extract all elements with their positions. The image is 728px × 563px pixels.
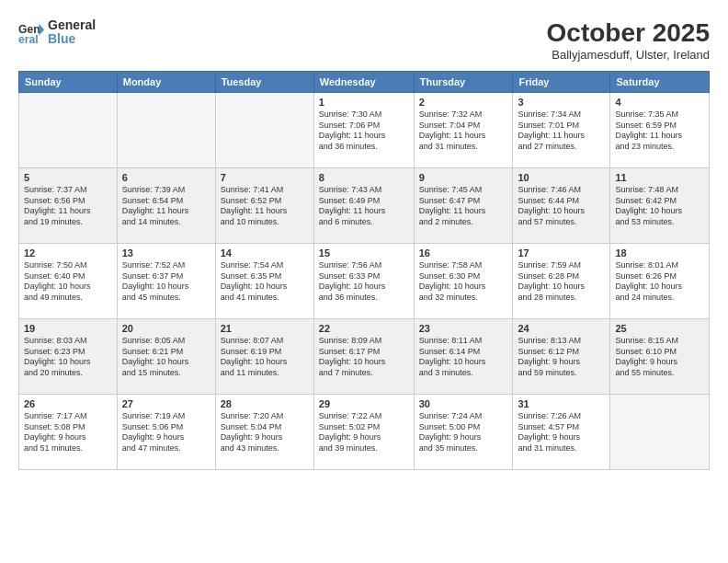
table-row: 10Sunrise: 7:46 AM Sunset: 6:44 PM Dayli… xyxy=(513,168,610,244)
table-row: 27Sunrise: 7:19 AM Sunset: 5:06 PM Dayli… xyxy=(117,395,215,470)
day-number: 2 xyxy=(419,97,508,108)
table-row: 17Sunrise: 7:59 AM Sunset: 6:28 PM Dayli… xyxy=(513,244,610,319)
day-info: Sunrise: 7:20 AM Sunset: 5:04 PM Dayligh… xyxy=(221,411,309,454)
table-row: 23Sunrise: 8:11 AM Sunset: 6:14 PM Dayli… xyxy=(414,319,513,395)
table-row: 7Sunrise: 7:41 AM Sunset: 6:52 PM Daylig… xyxy=(215,168,313,244)
table-row xyxy=(610,395,710,470)
table-row: 16Sunrise: 7:58 AM Sunset: 6:30 PM Dayli… xyxy=(414,244,513,319)
day-number: 22 xyxy=(319,323,409,334)
day-info: Sunrise: 8:07 AM Sunset: 6:19 PM Dayligh… xyxy=(221,336,309,379)
day-number: 30 xyxy=(419,398,508,409)
header-tuesday: Tuesday xyxy=(215,72,313,93)
day-number: 10 xyxy=(518,172,605,183)
day-number: 19 xyxy=(24,323,112,334)
table-row: 9Sunrise: 7:45 AM Sunset: 6:47 PM Daylig… xyxy=(414,168,513,244)
calendar-week-row: 1Sunrise: 7:30 AM Sunset: 7:06 PM Daylig… xyxy=(19,93,710,168)
day-number: 18 xyxy=(615,247,704,259)
table-row: 13Sunrise: 7:52 AM Sunset: 6:37 PM Dayli… xyxy=(117,244,215,319)
table-row: 8Sunrise: 7:43 AM Sunset: 6:49 PM Daylig… xyxy=(313,168,414,244)
table-row: 29Sunrise: 7:22 AM Sunset: 5:02 PM Dayli… xyxy=(313,395,414,470)
day-info: Sunrise: 7:43 AM Sunset: 6:49 PM Dayligh… xyxy=(319,185,409,228)
day-number: 6 xyxy=(122,172,210,183)
svg-marker-2 xyxy=(39,24,44,36)
table-row: 30Sunrise: 7:24 AM Sunset: 5:00 PM Dayli… xyxy=(414,395,513,470)
calendar-week-row: 5Sunrise: 7:37 AM Sunset: 6:56 PM Daylig… xyxy=(19,168,710,244)
day-info: Sunrise: 8:09 AM Sunset: 6:17 PM Dayligh… xyxy=(319,336,409,379)
day-number: 25 xyxy=(615,323,704,334)
day-info: Sunrise: 7:52 AM Sunset: 6:37 PM Dayligh… xyxy=(122,260,210,304)
day-info: Sunrise: 7:22 AM Sunset: 5:02 PM Dayligh… xyxy=(319,411,409,454)
header-wednesday: Wednesday xyxy=(313,72,414,93)
calendar-week-row: 12Sunrise: 7:50 AM Sunset: 6:40 PM Dayli… xyxy=(19,244,710,319)
day-info: Sunrise: 8:05 AM Sunset: 6:21 PM Dayligh… xyxy=(122,336,210,379)
day-number: 28 xyxy=(221,398,309,409)
day-number: 16 xyxy=(419,247,508,259)
day-info: Sunrise: 7:24 AM Sunset: 5:00 PM Dayligh… xyxy=(419,411,508,454)
day-number: 5 xyxy=(24,172,112,183)
calendar-table: Sunday Monday Tuesday Wednesday Thursday… xyxy=(18,71,710,470)
table-row: 1Sunrise: 7:30 AM Sunset: 7:06 PM Daylig… xyxy=(313,93,414,168)
table-row: 5Sunrise: 7:37 AM Sunset: 6:56 PM Daylig… xyxy=(19,168,118,244)
day-info: Sunrise: 7:35 AM Sunset: 6:59 PM Dayligh… xyxy=(615,109,704,153)
calendar-header-row: Sunday Monday Tuesday Wednesday Thursday… xyxy=(19,72,710,93)
day-number: 11 xyxy=(615,172,704,183)
table-row xyxy=(19,93,118,168)
day-number: 24 xyxy=(518,323,605,334)
day-info: Sunrise: 7:34 AM Sunset: 7:01 PM Dayligh… xyxy=(518,109,605,153)
table-row: 28Sunrise: 7:20 AM Sunset: 5:04 PM Dayli… xyxy=(215,395,313,470)
calendar-week-row: 26Sunrise: 7:17 AM Sunset: 5:08 PM Dayli… xyxy=(19,395,710,470)
day-info: Sunrise: 7:59 AM Sunset: 6:28 PM Dayligh… xyxy=(518,260,605,304)
day-number: 4 xyxy=(615,97,704,108)
day-info: Sunrise: 7:32 AM Sunset: 7:04 PM Dayligh… xyxy=(419,109,508,153)
day-number: 14 xyxy=(221,247,309,259)
day-info: Sunrise: 7:58 AM Sunset: 6:30 PM Dayligh… xyxy=(419,260,508,304)
logo-text: General Blue xyxy=(48,18,96,47)
day-number: 23 xyxy=(419,323,508,334)
table-row: 3Sunrise: 7:34 AM Sunset: 7:01 PM Daylig… xyxy=(513,93,610,168)
table-row: 2Sunrise: 7:32 AM Sunset: 7:04 PM Daylig… xyxy=(414,93,513,168)
day-number: 3 xyxy=(518,97,605,108)
table-row: 18Sunrise: 8:01 AM Sunset: 6:26 PM Dayli… xyxy=(610,244,710,319)
title-block: October 2025 Ballyjamesduff, Ulster, Ire… xyxy=(547,18,710,62)
table-row: 20Sunrise: 8:05 AM Sunset: 6:21 PM Dayli… xyxy=(117,319,215,395)
day-info: Sunrise: 7:45 AM Sunset: 6:47 PM Dayligh… xyxy=(419,185,508,228)
table-row: 24Sunrise: 8:13 AM Sunset: 6:12 PM Dayli… xyxy=(513,319,610,395)
day-info: Sunrise: 7:50 AM Sunset: 6:40 PM Dayligh… xyxy=(24,260,112,304)
day-info: Sunrise: 7:39 AM Sunset: 6:54 PM Dayligh… xyxy=(122,185,210,228)
table-row: 21Sunrise: 8:07 AM Sunset: 6:19 PM Dayli… xyxy=(215,319,313,395)
svg-text:eral: eral xyxy=(18,34,39,46)
day-number: 15 xyxy=(319,247,409,259)
day-number: 1 xyxy=(319,97,409,108)
day-info: Sunrise: 8:01 AM Sunset: 6:26 PM Dayligh… xyxy=(615,260,704,304)
table-row: 14Sunrise: 7:54 AM Sunset: 6:35 PM Dayli… xyxy=(215,244,313,319)
table-row: 15Sunrise: 7:56 AM Sunset: 6:33 PM Dayli… xyxy=(313,244,414,319)
table-row xyxy=(117,93,215,168)
day-info: Sunrise: 7:30 AM Sunset: 7:06 PM Dayligh… xyxy=(319,109,409,153)
day-info: Sunrise: 8:13 AM Sunset: 6:12 PM Dayligh… xyxy=(518,336,605,379)
day-number: 21 xyxy=(221,323,309,334)
day-info: Sunrise: 8:03 AM Sunset: 6:23 PM Dayligh… xyxy=(24,336,112,379)
table-row xyxy=(215,93,313,168)
day-info: Sunrise: 7:37 AM Sunset: 6:56 PM Dayligh… xyxy=(24,185,112,228)
day-info: Sunrise: 8:11 AM Sunset: 6:14 PM Dayligh… xyxy=(419,336,508,379)
day-number: 29 xyxy=(319,398,409,409)
day-number: 9 xyxy=(419,172,508,183)
day-info: Sunrise: 7:56 AM Sunset: 6:33 PM Dayligh… xyxy=(319,260,409,304)
day-info: Sunrise: 8:15 AM Sunset: 6:10 PM Dayligh… xyxy=(615,336,704,379)
table-row: 31Sunrise: 7:26 AM Sunset: 4:57 PM Dayli… xyxy=(513,395,610,470)
header-saturday: Saturday xyxy=(610,72,710,93)
day-info: Sunrise: 7:17 AM Sunset: 5:08 PM Dayligh… xyxy=(24,411,112,454)
logo-icon: Gen eral xyxy=(18,19,44,45)
table-row: 22Sunrise: 8:09 AM Sunset: 6:17 PM Dayli… xyxy=(313,319,414,395)
logo: Gen eral General Blue xyxy=(18,18,96,47)
day-number: 27 xyxy=(122,398,210,409)
page-header: Gen eral General Blue October 2025 Bally… xyxy=(18,18,710,62)
logo-line2: Blue xyxy=(48,32,96,46)
day-number: 12 xyxy=(24,247,112,259)
day-info: Sunrise: 7:19 AM Sunset: 5:06 PM Dayligh… xyxy=(122,411,210,454)
table-row: 25Sunrise: 8:15 AM Sunset: 6:10 PM Dayli… xyxy=(610,319,710,395)
day-info: Sunrise: 7:54 AM Sunset: 6:35 PM Dayligh… xyxy=(221,260,309,304)
day-number: 13 xyxy=(122,247,210,259)
logo-line1: General xyxy=(48,18,96,32)
table-row: 26Sunrise: 7:17 AM Sunset: 5:08 PM Dayli… xyxy=(19,395,118,470)
